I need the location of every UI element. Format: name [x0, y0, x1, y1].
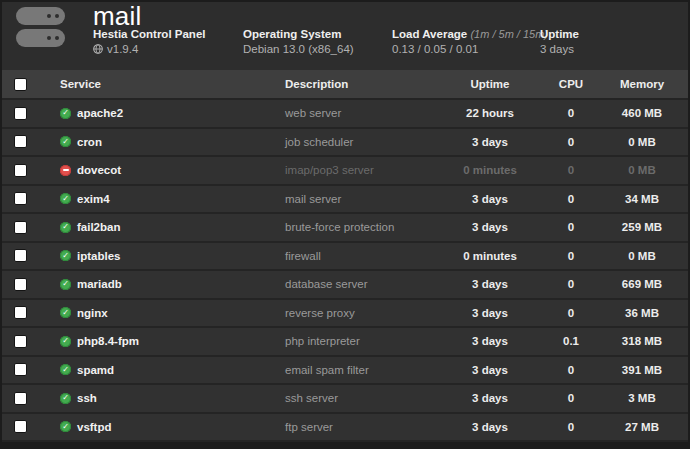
service-name: nginx: [77, 307, 108, 319]
service-description: php interpreter: [285, 335, 432, 347]
service-checkbox[interactable]: [14, 363, 27, 376]
service-cpu: 0: [548, 278, 594, 290]
service-uptime: 3 days: [432, 307, 548, 319]
service-name: cron: [77, 136, 102, 148]
service-cpu: 0: [548, 421, 594, 433]
status-running-icon: [60, 279, 71, 290]
column-header-memory: Memory: [594, 78, 690, 90]
service-uptime: 0 minutes: [432, 164, 548, 176]
column-header-uptime: Uptime: [432, 78, 548, 90]
uptime-value: 3 days: [540, 43, 574, 55]
column-header-service: Service: [60, 78, 285, 90]
hestia-control-panel-page: mail Hestia Control Panel v1.9.4 Operati…: [0, 0, 690, 449]
service-description: email spam filter: [285, 364, 432, 376]
service-description: imap/pop3 server: [285, 164, 432, 176]
status-running-icon: [60, 421, 71, 432]
service-cpu: 0: [548, 364, 594, 376]
service-checkbox[interactable]: [14, 221, 27, 234]
service-name: fail2ban: [77, 221, 120, 233]
service-memory: 391 MB: [594, 364, 690, 376]
status-running-icon: [60, 336, 71, 347]
service-row: spamd email spam filter 3 days 0 391 MB: [0, 357, 690, 386]
service-row: php8.4-fpm php interpreter 3 days 0.1 31…: [0, 328, 690, 357]
service-row: vsftpd ftp server 3 days 0 27 MB: [0, 414, 690, 443]
status-running-icon: [60, 193, 71, 204]
os-value: Debian 13.0 (x86_64): [243, 43, 354, 55]
service-checkbox[interactable]: [14, 249, 27, 262]
service-name: vsftpd: [77, 421, 112, 433]
service-row: nginx reverse proxy 3 days 0 36 MB: [0, 300, 690, 329]
service-uptime: 0 minutes: [432, 250, 548, 262]
service-cpu: 0: [548, 392, 594, 404]
service-cpu: 0: [548, 221, 594, 233]
load-average-label: Load Average (1m / 5m / 15m): [392, 28, 548, 40]
select-all-checkbox[interactable]: [14, 78, 27, 91]
service-description: mail server: [285, 193, 432, 205]
column-header-cpu: CPU: [548, 78, 594, 90]
service-checkbox[interactable]: [14, 335, 27, 348]
service-checkbox[interactable]: [14, 192, 27, 205]
service-uptime: 22 hours: [432, 107, 548, 119]
services-table: Service Description Uptime CPU Memory ap…: [0, 70, 690, 442]
load-average-value: 0.13 / 0.05 / 0.01: [392, 43, 478, 55]
service-description: reverse proxy: [285, 307, 432, 319]
status-stopped-icon: [60, 165, 71, 176]
service-name: dovecot: [77, 164, 121, 176]
service-uptime: 3 days: [432, 335, 548, 347]
service-memory: 318 MB: [594, 335, 690, 347]
column-header-description: Description: [285, 78, 432, 90]
service-description: job scheduler: [285, 136, 432, 148]
service-name: mariadb: [77, 278, 122, 290]
service-description: ftp server: [285, 421, 432, 433]
uptime-label: Uptime: [540, 28, 579, 40]
status-running-icon: [60, 364, 71, 375]
service-name: php8.4-fpm: [77, 335, 139, 347]
service-row: fail2ban brute-force protection 3 days 0…: [0, 214, 690, 243]
service-uptime: 3 days: [432, 193, 548, 205]
service-name: apache2: [77, 107, 123, 119]
service-name: spamd: [77, 364, 114, 376]
service-memory: 27 MB: [594, 421, 690, 433]
status-running-icon: [60, 250, 71, 261]
server-info-header: mail Hestia Control Panel v1.9.4 Operati…: [0, 0, 690, 70]
service-checkbox[interactable]: [14, 107, 27, 120]
server-stack-icon: [16, 7, 66, 51]
package-icon: [93, 44, 103, 54]
status-running-icon: [60, 307, 71, 318]
os-label: Operating System: [243, 28, 341, 40]
load-average-periods: (1m / 5m / 15m): [470, 28, 548, 40]
service-cpu: 0: [548, 136, 594, 148]
service-checkbox[interactable]: [14, 392, 27, 405]
service-memory: 460 MB: [594, 107, 690, 119]
service-description: brute-force protection: [285, 221, 432, 233]
service-description: ssh server: [285, 392, 432, 404]
service-uptime: 3 days: [432, 221, 548, 233]
service-memory: 36 MB: [594, 307, 690, 319]
service-checkbox[interactable]: [14, 420, 27, 433]
service-cpu: 0: [548, 193, 594, 205]
service-uptime: 3 days: [432, 364, 548, 376]
service-row: exim4 mail server 3 days 0 34 MB: [0, 186, 690, 215]
service-memory: 259 MB: [594, 221, 690, 233]
bottom-strip: [0, 442, 690, 449]
status-running-icon: [60, 108, 71, 119]
service-cpu: 0.1: [548, 335, 594, 347]
service-checkbox[interactable]: [14, 164, 27, 177]
service-cpu: 0: [548, 107, 594, 119]
service-memory: 669 MB: [594, 278, 690, 290]
version-text: v1.9.4: [107, 43, 138, 55]
service-uptime: 3 days: [432, 392, 548, 404]
service-name: iptables: [77, 250, 120, 262]
service-table-body: apache2 web server 22 hours 0 460 MB cro…: [0, 100, 690, 442]
service-row: dovecot imap/pop3 server 0 minutes 0 0 M…: [0, 157, 690, 186]
service-checkbox[interactable]: [14, 135, 27, 148]
status-running-icon: [60, 393, 71, 404]
service-memory: 34 MB: [594, 193, 690, 205]
service-row: iptables firewall 0 minutes 0 0 MB: [0, 243, 690, 272]
service-uptime: 3 days: [432, 421, 548, 433]
service-name: ssh: [77, 392, 97, 404]
service-checkbox[interactable]: [14, 306, 27, 319]
service-checkbox[interactable]: [14, 278, 27, 291]
service-name: exim4: [77, 193, 110, 205]
service-uptime: 3 days: [432, 278, 548, 290]
